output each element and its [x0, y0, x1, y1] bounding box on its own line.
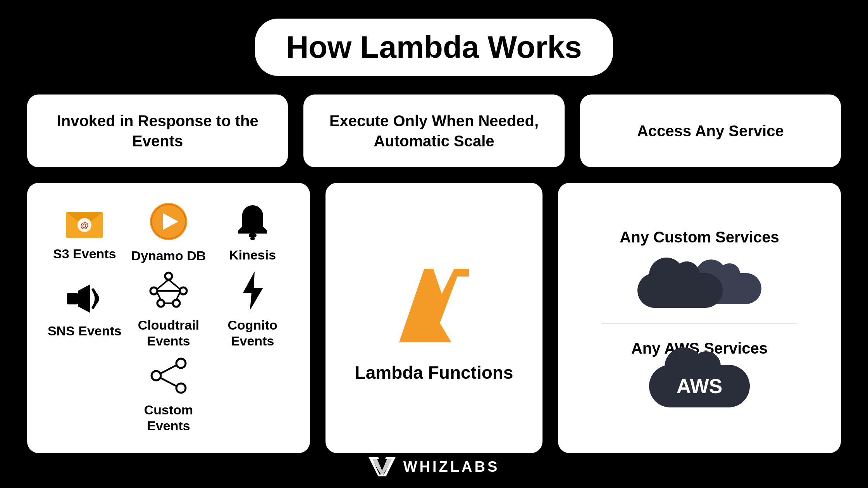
svg-marker-22: [243, 271, 263, 310]
svg-line-19: [176, 293, 180, 300]
list-item: SNS Events: [48, 281, 122, 339]
services-card: Any Custom Services Any AWS Services AWS: [558, 183, 841, 453]
list-item: Cloudtrail Events: [131, 271, 207, 349]
svg-point-24: [176, 383, 186, 393]
kinesis-icon: [235, 203, 270, 242]
execute-card: Execute Only When Needed, Automatic Scal…: [303, 95, 564, 167]
page-title: How Lambda Works: [286, 30, 582, 64]
list-item: Cognito Events: [214, 271, 291, 349]
list-item: Dynamo DB: [131, 202, 206, 264]
access-card: Access Any Service: [580, 95, 841, 167]
brand-label: WHIZLABS: [403, 459, 500, 475]
cognito-label: Cognito Events: [214, 317, 291, 349]
svg-point-12: [150, 287, 157, 294]
svg-text:@: @: [81, 220, 89, 230]
custom-services-title: Any Custom Services: [620, 229, 779, 246]
custom-cloud-icon: [637, 254, 761, 308]
svg-rect-8: [250, 237, 255, 240]
svg-marker-10: [78, 284, 90, 313]
svg-line-26: [160, 365, 177, 374]
custom-events-icon: [149, 356, 188, 397]
svg-point-23: [176, 359, 186, 368]
title-wrapper: How Lambda Works: [255, 19, 613, 76]
svg-line-18: [157, 293, 161, 300]
lambda-label: Lambda Functions: [355, 361, 513, 385]
dynamodb-icon: [149, 202, 188, 242]
list-item: Custom Events: [131, 356, 207, 434]
svg-point-11: [165, 273, 172, 280]
svg-point-14: [157, 300, 164, 307]
svg-point-25: [152, 371, 161, 380]
cloudtrail-label: Cloudtrail Events: [131, 317, 207, 349]
svg-point-13: [180, 287, 187, 294]
cloudtrail-icon: [149, 271, 188, 312]
lambda-icon: [391, 251, 477, 350]
s3-label: S3 Events: [53, 246, 116, 262]
top-row: Invoked in Response to the Events Execut…: [27, 95, 841, 167]
footer: WHIZLABS: [369, 457, 500, 476]
svg-line-27: [160, 378, 177, 387]
custom-services-section: Any Custom Services: [620, 229, 779, 308]
cognito-icon: [239, 271, 266, 312]
list-item: Kinesis: [229, 203, 276, 263]
s3-icon: @: [65, 204, 104, 241]
svg-rect-7: [249, 234, 257, 237]
svg-line-17: [169, 280, 180, 289]
list-item: @ S3 Events: [53, 204, 116, 262]
aws-cloud-icon: AWS: [649, 365, 750, 407]
custom-events-label: Custom Events: [131, 402, 207, 434]
aws-label: AWS: [677, 375, 722, 398]
svg-point-15: [173, 300, 180, 307]
svg-rect-9: [67, 293, 78, 304]
lambda-card: Lambda Functions: [326, 183, 542, 453]
sns-icon: [65, 281, 104, 318]
events-card: @ S3 Events Dynamo DB: [27, 183, 310, 453]
dynamodb-label: Dynamo DB: [131, 248, 206, 264]
divider: [602, 323, 797, 324]
whizlabs-logo-icon: [369, 457, 396, 476]
sns-label: SNS Events: [48, 323, 122, 339]
aws-services-section: Any AWS Services AWS: [631, 340, 768, 407]
bottom-row: @ S3 Events Dynamo DB: [27, 183, 841, 453]
svg-line-16: [157, 280, 169, 289]
invoke-card: Invoked in Response to the Events: [27, 95, 288, 167]
kinesis-label: Kinesis: [229, 247, 276, 263]
